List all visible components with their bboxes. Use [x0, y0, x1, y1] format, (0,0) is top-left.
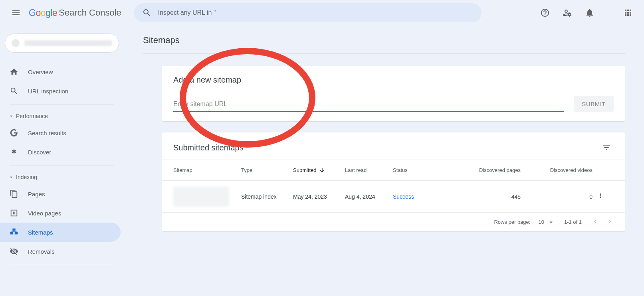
pages-icon: [10, 189, 18, 198]
bell-icon: [585, 8, 594, 18]
home-icon: [10, 67, 18, 76]
nav-section-indexing[interactable]: Indexing: [0, 170, 124, 184]
cell-submitted: May 24, 2023: [293, 193, 345, 200]
nav-pages[interactable]: Pages: [0, 184, 121, 203]
col-header-disc-pages[interactable]: Discovered pages: [449, 167, 521, 173]
notifications-button[interactable]: [580, 3, 599, 22]
cell-disc-videos: 0: [521, 193, 592, 200]
divider: [10, 105, 114, 105]
rows-per-page-value[interactable]: 10: [538, 219, 544, 225]
app-header: Google Search Console: [0, 0, 644, 26]
google-logo: Google: [29, 8, 57, 18]
divider: [10, 265, 114, 265]
col-header-disc-videos[interactable]: Discovered videos: [521, 167, 592, 173]
nav-section-performance[interactable]: Performance: [0, 109, 124, 123]
svg-rect-1: [11, 233, 13, 234]
url-inspect-input[interactable]: [158, 9, 474, 16]
chevron-down-icon: [8, 174, 14, 180]
nav-label: Removals: [28, 248, 55, 255]
row-more-button[interactable]: [592, 192, 608, 201]
cell-lastread: Aug 4, 2024: [345, 193, 393, 200]
col-header-submitted-label: Submitted: [293, 167, 317, 173]
section-label: Indexing: [16, 174, 37, 180]
apps-button[interactable]: [618, 3, 638, 22]
property-favicon: [12, 39, 20, 47]
brand-text: Search Console: [59, 8, 121, 18]
nav-label: Overview: [28, 69, 53, 75]
col-header-type[interactable]: Type: [241, 167, 293, 173]
arrow-down-icon: [319, 167, 325, 174]
chevron-down-icon[interactable]: [547, 219, 555, 226]
col-header-status[interactable]: Status: [393, 167, 449, 173]
cell-disc-pages: 445: [449, 193, 521, 200]
chevron-right-icon: [606, 217, 614, 225]
main-content: Sitemaps Add a new sitemap SUBMIT Submit…: [124, 26, 644, 269]
col-header-lastread[interactable]: Last read: [345, 167, 393, 173]
next-page-button[interactable]: [606, 217, 614, 227]
nav-label: Pages: [28, 191, 45, 197]
svg-rect-2: [15, 233, 18, 234]
col-header-submitted[interactable]: Submitted: [293, 167, 345, 174]
nav-label: Discover: [28, 149, 51, 156]
sitemap-url-input[interactable]: [173, 97, 564, 112]
table-row[interactable]: Sitemap index May 24, 2023 Aug 4, 2024 S…: [162, 180, 625, 212]
filter-button[interactable]: [599, 140, 614, 155]
add-sitemap-card: Add a new sitemap SUBMIT: [162, 66, 625, 121]
nav-removals[interactable]: Removals: [0, 242, 121, 261]
table-title: Submitted sitemaps: [173, 143, 244, 152]
user-settings-icon: [563, 8, 572, 18]
nav-overview[interactable]: Overview: [0, 62, 121, 81]
menu-icon: [11, 8, 21, 18]
apps-grid-icon: [623, 8, 633, 18]
sidebar: Overview URL inspection Performance Sear…: [0, 26, 124, 269]
divider: [10, 166, 114, 166]
visibility-off-icon: [10, 247, 18, 256]
add-sitemap-title: Add a new sitemap: [173, 75, 614, 85]
nav-label: Search results: [28, 130, 66, 136]
chevron-down-icon: [8, 113, 14, 119]
more-vert-icon: [597, 192, 604, 199]
google-g-icon: [10, 128, 18, 137]
rows-per-page-label: Rows per page:: [494, 219, 530, 225]
nav-label: Video pages: [28, 210, 61, 217]
nav-sitemaps[interactable]: Sitemaps: [0, 223, 121, 242]
cell-type: Sitemap index: [241, 193, 293, 200]
nav-discover[interactable]: Discover: [0, 142, 121, 162]
sitemap-icon: [10, 228, 18, 237]
hamburger-menu-button[interactable]: [6, 3, 26, 22]
asterisk-icon: [10, 148, 18, 156]
submit-sitemap-button[interactable]: SUBMIT: [574, 96, 614, 112]
property-selector[interactable]: [5, 34, 119, 53]
nav-url-inspection[interactable]: URL inspection: [0, 81, 121, 101]
help-button[interactable]: [535, 3, 555, 22]
brand[interactable]: Google Search Console: [29, 8, 121, 18]
url-inspect-search[interactable]: [134, 3, 482, 22]
video-icon: [10, 209, 18, 217]
pagination-range: 1-1 of 1: [564, 219, 582, 225]
search-icon: [142, 8, 152, 18]
table-header-row: Sitemap Type Submitted Last read Status …: [162, 160, 625, 180]
divider: [143, 53, 625, 54]
nav-label: Sitemaps: [28, 229, 53, 236]
nav-video-pages[interactable]: Video pages: [0, 203, 121, 223]
help-icon: [540, 8, 550, 18]
search-icon: [10, 87, 18, 95]
svg-rect-0: [13, 229, 15, 231]
chevron-left-icon: [591, 217, 599, 225]
nav-label: URL inspection: [28, 88, 68, 95]
cell-status[interactable]: Success: [393, 193, 449, 200]
sitemap-url-redacted: [173, 187, 229, 207]
user-settings-button[interactable]: [558, 3, 577, 22]
section-label: Performance: [16, 113, 48, 119]
col-header-sitemap[interactable]: Sitemap: [173, 167, 241, 173]
property-name-redacted: [24, 40, 112, 46]
prev-page-button[interactable]: [591, 217, 599, 227]
table-footer: Rows per page: 10 1-1 of 1: [162, 212, 625, 231]
filter-icon: [602, 143, 611, 152]
submitted-sitemaps-card: Submitted sitemaps Sitemap Type Submitte…: [162, 132, 625, 231]
page-title: Sitemaps: [143, 35, 625, 45]
nav-search-results[interactable]: Search results: [0, 123, 121, 142]
